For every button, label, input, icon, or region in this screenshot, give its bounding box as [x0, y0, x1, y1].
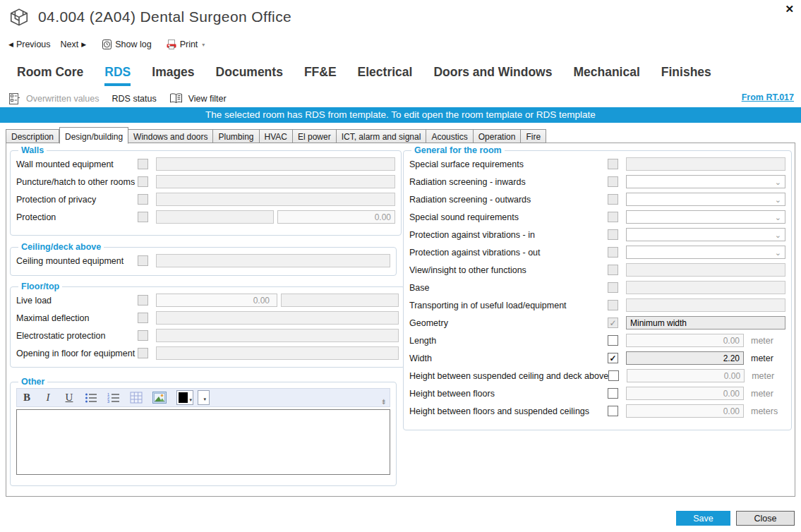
height-floors-checkbox[interactable] [608, 388, 618, 399]
height-ceiling-deck-input[interactable] [627, 369, 745, 382]
overwritten-values-label[interactable]: Overwritten values [26, 94, 100, 104]
show-log-button[interactable]: Show log [102, 39, 151, 50]
radiation-outwards-select[interactable]: ⌄ [626, 193, 785, 206]
tab-finishes[interactable]: Finishes [661, 65, 711, 86]
vibrations-out-select[interactable]: ⌄ [626, 246, 785, 259]
numbered-list-button[interactable]: 1 2 3 [107, 392, 120, 404]
ceiling-mounted-equipment-input[interactable] [156, 254, 390, 267]
length-checkbox[interactable] [608, 335, 618, 346]
height-floors-input[interactable] [626, 387, 744, 400]
transporting-input[interactable] [626, 298, 785, 312]
previous-button[interactable]: ◀ Previous [8, 40, 51, 49]
opening-in-floor-input[interactable] [156, 346, 399, 360]
print-dropdown-icon[interactable]: ▾ [202, 42, 205, 48]
subtab-ict-alarm-signal[interactable]: ICT, alarm and signal [337, 129, 427, 143]
radiation-inwards-select[interactable]: ⌄ [626, 175, 785, 188]
protection-number-input[interactable] [277, 210, 395, 224]
view-insight-input[interactable] [626, 263, 785, 277]
save-button[interactable]: Save [676, 511, 730, 526]
radiation-inwards-checkbox[interactable] [608, 176, 618, 187]
caret-right-icon: ▶ [81, 41, 86, 48]
maximal-deflection-checkbox[interactable] [138, 313, 148, 323]
wall-mounted-equipment-checkbox[interactable] [138, 159, 148, 169]
protection-checkbox[interactable] [138, 212, 148, 222]
tab-images[interactable]: Images [152, 65, 194, 86]
field-label: Protection against vibrations - in [409, 230, 608, 240]
wall-mounted-equipment-input[interactable] [156, 157, 395, 171]
underline-button[interactable]: U [64, 392, 75, 404]
subtab-design-building[interactable]: Design/building [59, 127, 128, 144]
view-insight-checkbox[interactable] [608, 265, 618, 275]
next-button[interactable]: Next ▶ [61, 40, 87, 49]
subtab-operation[interactable]: Operation [474, 129, 522, 143]
live-load-number-input[interactable] [156, 294, 277, 307]
width-input[interactable] [626, 351, 744, 365]
close-button[interactable]: Close [736, 511, 795, 526]
subtab-hvac[interactable]: HVAC [260, 129, 293, 143]
protection-of-privacy-input[interactable] [156, 193, 395, 206]
live-load-checkbox[interactable] [138, 295, 148, 306]
height-floors-ceilings-input[interactable] [626, 404, 744, 418]
italic-button[interactable]: I [42, 392, 54, 404]
bold-button[interactable]: B [21, 392, 32, 404]
vibrations-in-select[interactable]: ⌄ [626, 228, 785, 241]
rds-status-button[interactable]: RDS status [112, 94, 157, 104]
vibrations-in-checkbox[interactable] [608, 229, 618, 240]
special-sound-select[interactable]: ⌄ [626, 210, 785, 224]
subtab-plumbing[interactable]: Plumbing [213, 129, 259, 143]
insert-image-button[interactable] [152, 392, 167, 404]
subtab-fire[interactable]: Fire [521, 129, 546, 143]
main-tab-bar: Room Core RDS Images Documents FF&E Elec… [17, 65, 711, 86]
walls-section: Walls Wall mounted equipment Puncture/ha… [10, 145, 402, 236]
view-filter-button[interactable]: View filter [188, 94, 227, 104]
tab-ffe[interactable]: FF&E [304, 65, 337, 86]
tab-documents[interactable]: Documents [216, 65, 283, 86]
geometry-checkbox[interactable]: ✓ [608, 318, 618, 328]
width-unit: meter [751, 353, 773, 363]
font-color-button[interactable]: ▾ [176, 390, 193, 405]
height-floors-ceilings-checkbox[interactable] [608, 406, 618, 416]
tab-mechanical[interactable]: Mechanical [573, 65, 639, 86]
height-ceiling-deck-checkbox[interactable] [608, 370, 619, 381]
subtab-acoustics[interactable]: Acoustics [426, 129, 473, 143]
tab-doors-windows[interactable]: Doors and Windows [433, 65, 552, 86]
width-checkbox[interactable]: ✓ [608, 353, 618, 363]
transporting-checkbox[interactable] [608, 300, 618, 310]
electrostatic-protection-checkbox[interactable] [138, 330, 148, 341]
puncture-hatch-input[interactable] [156, 175, 395, 188]
print-button[interactable]: Print ▾ [166, 39, 205, 50]
vibrations-out-checkbox[interactable] [608, 247, 618, 258]
subtab-windows-doors[interactable]: Windows and doors [128, 129, 213, 143]
subtab-description[interactable]: Description [6, 129, 59, 143]
geometry-input[interactable] [626, 316, 785, 330]
length-input[interactable] [626, 334, 744, 347]
tab-rds[interactable]: RDS [104, 65, 131, 86]
special-sound-checkbox[interactable] [608, 212, 618, 222]
editor-dropdown-button[interactable]: ▾ [198, 390, 210, 405]
close-icon[interactable]: ✕ [785, 3, 794, 16]
opening-in-floor-checkbox[interactable] [138, 348, 148, 358]
bullet-list-button[interactable] [85, 392, 97, 404]
maximal-deflection-input[interactable] [156, 311, 399, 325]
base-input[interactable] [626, 281, 785, 294]
special-surface-checkbox[interactable] [608, 159, 618, 169]
puncture-hatch-checkbox[interactable] [138, 176, 148, 187]
protection-input[interactable] [156, 210, 274, 224]
electrostatic-protection-input[interactable] [156, 329, 399, 342]
protection-of-privacy-checkbox[interactable] [138, 194, 148, 205]
other-notes-textarea[interactable] [16, 409, 390, 475]
editor-resize-icon[interactable]: ⇟ [381, 398, 387, 406]
special-surface-input[interactable] [626, 157, 785, 171]
from-template-link[interactable]: From RT.017 [742, 92, 794, 102]
subtab-el-power[interactable]: El power [293, 129, 337, 143]
ceiling-mounted-equipment-checkbox[interactable] [138, 255, 148, 266]
tab-electrical[interactable]: Electrical [358, 65, 413, 86]
insert-table-button[interactable] [130, 392, 143, 404]
live-load-input[interactable] [281, 294, 399, 307]
field-label: Maximal deflection [16, 313, 138, 323]
next-label: Next [61, 40, 79, 49]
print-icon [166, 39, 177, 50]
radiation-outwards-checkbox[interactable] [608, 194, 618, 205]
tab-room-core[interactable]: Room Core [17, 65, 83, 86]
base-checkbox[interactable] [608, 282, 618, 293]
